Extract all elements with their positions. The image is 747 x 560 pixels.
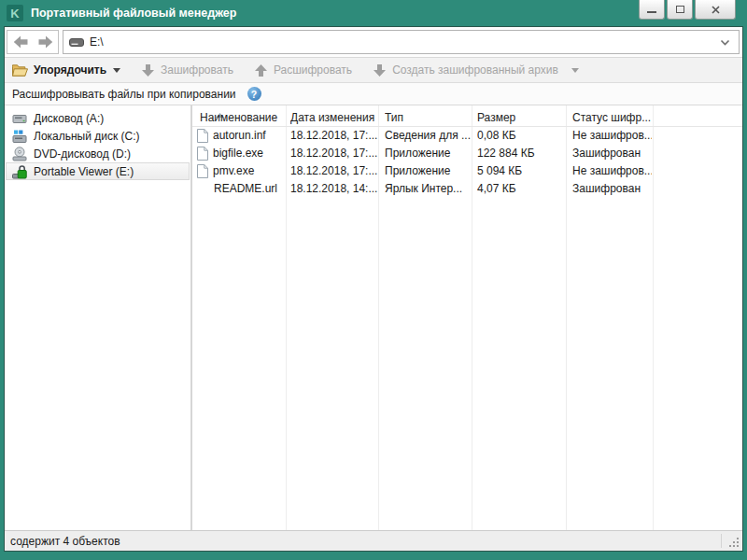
navigation-bar: E:\ — [5, 27, 742, 58]
sidebar-item-label: DVD-дисковод (D:) — [34, 147, 131, 161]
table-row[interactable]: pmv.exe 18.12.2018, 17:... Приложение 5 … — [192, 162, 742, 180]
sidebar-item-label: Локальный диск (C:) — [34, 130, 140, 143]
file-size: 122 884 КБ — [477, 145, 565, 162]
file-size: 4,07 КБ — [477, 180, 565, 198]
window-title: Портативный файловый менеджер — [31, 7, 236, 20]
file-encryption-status: Не зашифров... — [572, 162, 652, 180]
file-date: 18.12.2018, 17:... — [290, 127, 377, 145]
nav-buttons-group — [7, 30, 59, 54]
archive-caret-icon — [571, 68, 579, 73]
archive-arrow-icon — [373, 63, 387, 77]
create-archive-button[interactable]: Создать зашифрованный архив — [373, 63, 579, 77]
folder-icon — [12, 64, 28, 77]
create-archive-label: Создать зашифрованный архив — [392, 63, 558, 77]
file-name: pmv.exe — [213, 162, 254, 180]
address-dropdown-button[interactable] — [720, 39, 730, 46]
file-name: README.url — [214, 180, 277, 198]
sidebar-item-drive-d[interactable]: DVD-дисковод (D:) — [6, 145, 190, 162]
encrypt-button[interactable]: Зашифровать — [141, 63, 233, 77]
organize-caret-icon — [113, 68, 120, 73]
window-body: E:\ Упорядочить — [4, 26, 743, 552]
maximize-button[interactable] — [667, 0, 693, 20]
drive-icon — [69, 38, 84, 47]
file-icon — [197, 147, 208, 161]
address-bar[interactable]: E:\ — [63, 30, 740, 54]
file-size: 0,08 КБ — [477, 127, 565, 145]
file-date: 18.12.2018, 14:... — [290, 180, 377, 198]
app-window: K Портативный файловый менеджер — [0, 0, 747, 560]
file-encryption-status: Зашифрован — [572, 145, 652, 162]
column-header-date[interactable]: Дата изменения — [290, 105, 376, 127]
main-panel: Дисковод (A:) Локальный диск (C:) DVD-ди… — [5, 105, 742, 530]
file-encryption-status: Не зашифров... — [572, 127, 652, 145]
sidebar-item-label: Portable Viewer (E:) — [34, 165, 134, 178]
file-icon — [197, 129, 208, 143]
file-date: 18.12.2018, 17:... — [290, 162, 377, 180]
minimize-icon — [647, 11, 656, 13]
help-icon[interactable]: ? — [247, 87, 261, 101]
table-row[interactable]: bigfile.exe 18.12.2018, 17:... Приложени… — [192, 145, 742, 162]
file-size: 5 094 КБ — [477, 162, 565, 180]
file-icon — [197, 164, 208, 178]
sidebar-item-drive-a[interactable]: Дисковод (A:) — [6, 109, 190, 127]
hard-disk-icon — [11, 129, 28, 144]
status-divider — [721, 534, 722, 548]
close-icon — [712, 6, 720, 14]
column-header-size[interactable]: Размер — [477, 105, 564, 127]
title-bar: K Портативный файловый менеджер — [0, 0, 747, 26]
decrypt-arrow-icon — [254, 63, 268, 77]
table-row[interactable]: README.url 18.12.2018, 14:... Ярлык Инте… — [192, 180, 742, 198]
drive-sidebar: Дисковод (A:) Локальный диск (C:) DVD-ди… — [5, 105, 192, 530]
back-arrow-icon — [13, 35, 29, 49]
sidebar-item-drive-c[interactable]: Локальный диск (C:) — [6, 127, 190, 145]
status-text: содержит 4 объектов — [10, 535, 120, 548]
file-list: Наименование Дата изменения Тип Размер С… — [192, 105, 742, 530]
file-type: Сведения для ... — [385, 127, 471, 145]
table-row[interactable]: autorun.inf 18.12.2018, 17:... Сведения … — [192, 127, 742, 145]
file-type: Приложение — [385, 145, 471, 162]
toolbar: Упорядочить Зашифровать Расшифровать — [5, 58, 742, 83]
file-encryption-status: Зашифрован — [572, 180, 652, 198]
sidebar-item-label: Дисковод (A:) — [34, 112, 104, 125]
column-header-status[interactable]: Статус шифр... — [572, 105, 651, 127]
floppy-drive-icon — [11, 111, 28, 126]
organize-button[interactable]: Упорядочить — [12, 63, 120, 77]
decrypt-label: Расшифровать — [274, 63, 352, 77]
chevron-down-icon — [720, 39, 730, 46]
encrypt-arrow-icon — [141, 63, 155, 77]
table-header: Наименование Дата изменения Тип Размер С… — [192, 105, 742, 127]
info-bar: Расшифровывать файлы при копировании ? — [5, 83, 742, 105]
file-name: bigfile.exe — [213, 145, 263, 162]
forward-button[interactable] — [34, 32, 56, 52]
resize-grip-icon — [727, 536, 740, 548]
resize-grip[interactable] — [727, 536, 740, 548]
decrypt-on-copy-label: Расшифровывать файлы при копировании — [12, 88, 236, 101]
dvd-drive-icon — [11, 147, 28, 161]
status-bar: содержит 4 объектов — [5, 530, 742, 551]
maximize-icon — [676, 6, 684, 13]
column-header-name[interactable]: Наименование — [200, 105, 284, 127]
close-button[interactable] — [695, 0, 736, 20]
window-controls — [639, 0, 736, 20]
minimize-button[interactable] — [639, 0, 665, 20]
sidebar-item-drive-e[interactable]: Portable Viewer (E:) — [6, 162, 190, 180]
back-button[interactable] — [9, 32, 32, 52]
organize-label: Упорядочить — [34, 63, 106, 77]
decrypt-button[interactable]: Расшифровать — [254, 63, 352, 77]
file-type: Приложение — [385, 162, 471, 180]
encrypt-label: Зашифровать — [161, 63, 233, 77]
file-date: 18.12.2018, 17:... — [290, 145, 377, 162]
encrypted-drive-icon — [11, 164, 28, 179]
forward-arrow-icon — [37, 35, 53, 49]
file-type: Ярлык Интер... — [385, 180, 471, 198]
file-name: autorun.inf — [213, 127, 266, 145]
kaspersky-logo-icon: K — [7, 5, 23, 21]
address-text: E:\ — [90, 35, 720, 49]
column-header-type[interactable]: Тип — [385, 105, 470, 127]
